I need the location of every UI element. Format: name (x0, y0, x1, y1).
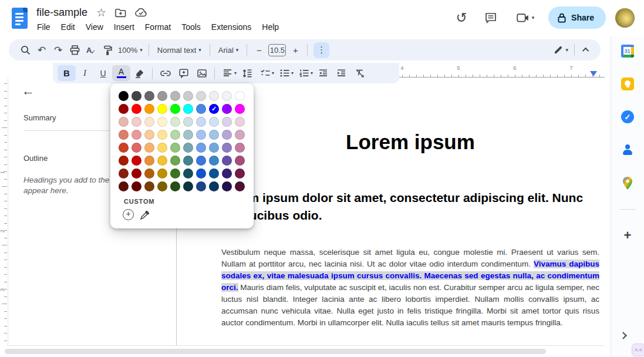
color-swatch[interactable] (183, 117, 193, 127)
color-swatch[interactable] (119, 156, 129, 166)
italic-button[interactable]: I (76, 65, 94, 81)
color-swatch[interactable] (222, 169, 232, 178)
color-swatch[interactable] (157, 156, 167, 166)
editing-mode-button[interactable]: ▾ (551, 42, 571, 58)
color-swatch[interactable] (209, 117, 219, 127)
right-indent-marker[interactable] (590, 71, 597, 76)
color-swatch[interactable] (183, 91, 193, 101)
color-swatch[interactable] (170, 143, 180, 153)
insert-link-button[interactable] (156, 65, 174, 81)
docs-logo-icon[interactable] (12, 8, 28, 29)
color-swatch[interactable] (196, 91, 206, 101)
maps-icon[interactable] (622, 176, 633, 190)
version-history-button[interactable]: ↺ (450, 6, 473, 29)
color-swatch[interactable] (119, 91, 129, 101)
hide-side-panel-button[interactable] (619, 332, 627, 339)
color-swatch[interactable] (119, 169, 129, 178)
menu-insert[interactable]: Insert (109, 21, 140, 33)
color-swatch[interactable] (209, 169, 219, 178)
color-swatch[interactable] (235, 169, 245, 178)
share-button[interactable]: Share (548, 6, 606, 29)
menu-view[interactable]: View (80, 21, 109, 33)
color-swatch[interactable] (119, 181, 129, 191)
color-swatch[interactable] (196, 143, 206, 153)
eyedropper-icon[interactable] (140, 210, 150, 220)
color-swatch[interactable] (183, 169, 193, 178)
get-addons-button[interactable]: + (624, 228, 632, 243)
color-swatch[interactable] (235, 181, 245, 191)
color-swatch[interactable] (132, 117, 141, 127)
color-swatch[interactable] (222, 91, 232, 101)
menu-help[interactable]: Help (257, 21, 284, 33)
color-swatch[interactable] (157, 169, 167, 178)
move-folder-icon[interactable] (115, 8, 126, 18)
redo-button[interactable]: ↷ (50, 42, 66, 58)
align-button[interactable] (218, 65, 237, 81)
color-swatch[interactable] (132, 181, 141, 191)
color-swatch[interactable] (209, 91, 219, 101)
color-swatch[interactable] (119, 104, 129, 114)
color-swatch[interactable] (132, 156, 141, 166)
color-swatch[interactable] (222, 181, 232, 191)
horizontal-scrollbar[interactable] (5, 349, 546, 354)
underline-button[interactable]: U (94, 65, 112, 81)
spellcheck-button[interactable]: A ✓ (83, 42, 99, 58)
color-swatch[interactable]: ✓ (209, 104, 219, 114)
color-swatch[interactable] (132, 91, 141, 101)
menu-tools[interactable]: Tools (176, 21, 206, 33)
color-swatch[interactable] (144, 91, 154, 101)
zoom-select[interactable]: 100% ▾ (116, 42, 145, 58)
color-swatch[interactable] (170, 169, 180, 178)
color-swatch[interactable] (157, 91, 167, 101)
color-swatch[interactable] (170, 156, 180, 166)
print-button[interactable] (66, 42, 83, 58)
increase-font-size-button[interactable]: + (287, 42, 304, 58)
color-swatch[interactable] (157, 181, 167, 191)
color-swatch[interactable] (157, 117, 167, 127)
color-swatch[interactable] (183, 181, 193, 191)
bold-button[interactable]: B (58, 65, 76, 81)
cloud-saved-icon[interactable] (135, 8, 147, 17)
decrease-font-size-button[interactable]: − (251, 42, 267, 58)
color-swatch[interactable] (144, 117, 154, 127)
document-title[interactable]: file-sample (36, 6, 87, 19)
line-spacing-button[interactable] (238, 65, 256, 81)
color-swatch[interactable] (144, 169, 154, 178)
color-swatch[interactable] (132, 104, 141, 114)
color-swatch[interactable] (222, 156, 232, 166)
color-swatch[interactable] (183, 156, 193, 166)
vertical-ruler[interactable]: 123 (0, 78, 8, 346)
color-swatch[interactable] (222, 130, 232, 140)
increase-indent-button[interactable] (332, 65, 350, 81)
color-swatch[interactable] (196, 130, 206, 140)
add-comment-button[interactable] (174, 65, 193, 81)
color-swatch[interactable] (144, 156, 154, 166)
color-swatch[interactable] (157, 104, 167, 114)
avatar[interactable] (615, 8, 635, 28)
text-color-button[interactable]: A (112, 65, 130, 81)
color-swatch[interactable] (235, 156, 245, 166)
paint-format-button[interactable] (99, 42, 116, 58)
color-swatch[interactable] (196, 156, 206, 166)
color-swatch[interactable] (196, 169, 206, 178)
color-swatch[interactable] (209, 130, 219, 140)
color-swatch[interactable] (235, 130, 245, 140)
color-swatch[interactable] (132, 169, 141, 178)
color-swatch[interactable] (132, 143, 141, 153)
color-swatch[interactable] (183, 130, 193, 140)
color-swatch[interactable] (119, 117, 129, 127)
collapse-toolbar-button[interactable] (578, 42, 595, 58)
color-swatch[interactable] (170, 104, 180, 114)
checklist-button[interactable] (256, 65, 274, 81)
font-select[interactable]: Arial ▾ (214, 42, 244, 58)
insert-image-button[interactable] (193, 65, 211, 81)
color-swatch[interactable] (144, 130, 154, 140)
color-swatch[interactable] (170, 91, 180, 101)
color-swatch[interactable] (196, 181, 206, 191)
close-outline-button[interactable]: ← (22, 83, 35, 99)
search-menus-button[interactable] (17, 42, 33, 58)
open-comments-button[interactable] (479, 6, 503, 29)
color-swatch[interactable] (170, 117, 180, 127)
color-swatch[interactable] (196, 104, 206, 114)
color-swatch[interactable] (235, 143, 245, 153)
